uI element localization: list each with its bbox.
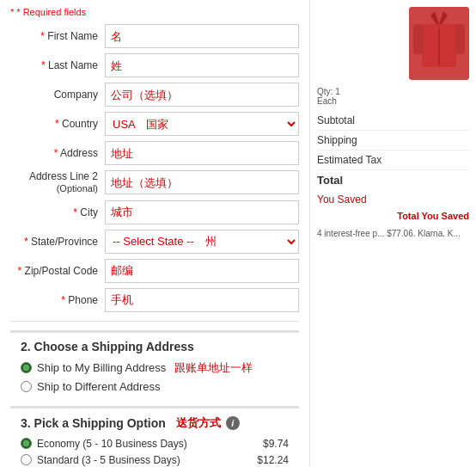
city-row: * City	[10, 200, 299, 224]
product-jacket-svg	[409, 7, 469, 80]
total-you-saved-label: Total You Saved	[397, 211, 469, 221]
address2-label: Address Line 2(Optional)	[10, 170, 105, 195]
first-name-label: * First Name	[10, 30, 105, 42]
first-name-input[interactable]	[105, 24, 299, 48]
ship-different-label: Ship to Different Address	[37, 380, 161, 393]
economy-radio[interactable]	[21, 438, 32, 449]
company-row: Company	[10, 83, 299, 107]
state-row: * State/Province -- Select State -- 州 Ca…	[10, 230, 299, 254]
address2-row: Address Line 2(Optional)	[10, 170, 299, 195]
standard-label: Standard (3 - 5 Business Days)	[37, 454, 180, 466]
economy-price: $9.74	[263, 438, 289, 450]
klarna-text: 4 interest-free p... $77.06. Klarna. K..…	[317, 229, 461, 238]
total-you-saved-box: Total You Saved	[317, 211, 469, 221]
product-meta: Qty: 1 Each	[317, 87, 469, 106]
product-image	[409, 7, 469, 80]
price-each-label: Each	[317, 96, 337, 106]
shipping-option-chinese: 送货方式	[176, 415, 221, 431]
svg-rect-4	[455, 24, 465, 54]
klarna-note: 4 interest-free p... $77.06. Klarna. K..…	[317, 228, 469, 240]
first-name-row: * First Name	[10, 24, 299, 48]
ship-billing-label: Ship to My Billing Address 跟账单地址一样	[37, 360, 253, 376]
address-row: * Address	[10, 141, 299, 165]
subtotal-label: Subtotal	[317, 114, 355, 126]
standard-price: $12.24	[257, 454, 289, 466]
product-image-area	[317, 7, 469, 80]
total-row: Total	[317, 170, 469, 190]
estimated-tax-row: Estimated Tax	[317, 151, 469, 170]
zip-input[interactable]	[105, 259, 299, 283]
shipping-option-header: 3. Pick a Shipping Option 送货方式 i	[21, 415, 289, 431]
required-text: * Required fields	[16, 7, 86, 17]
shipping-address-title: 2. Choose a Shipping Address	[21, 340, 289, 353]
standard-option-left: Standard (3 - 5 Business Days)	[21, 454, 180, 466]
state-select[interactable]: -- Select State -- 州 California New York…	[105, 230, 299, 254]
shipping-option-section: 3. Pick a Shipping Option 送货方式 i Economy…	[10, 406, 299, 467]
address-label: * Address	[10, 147, 105, 159]
company-input[interactable]	[105, 83, 299, 107]
left-panel: * * Required fields * First Name * Last …	[0, 0, 309, 467]
estimated-tax-label: Estimated Tax	[317, 154, 381, 166]
last-name-label: * Last Name	[10, 59, 105, 71]
address2-input[interactable]	[105, 170, 299, 194]
ship-billing-chinese: 跟账单地址一样	[174, 361, 253, 374]
qty-label: Qty:	[317, 87, 335, 96]
last-name-input[interactable]	[105, 53, 299, 77]
standard-option-row: Standard (3 - 5 Business Days) $12.24	[21, 454, 289, 466]
country-row: * Country USA 国家 China Canada	[10, 112, 299, 136]
right-panel: Qty: 1 Each Subtotal Shipping Estimated …	[309, 0, 476, 467]
city-input[interactable]	[105, 200, 299, 224]
company-label: Company	[10, 89, 105, 101]
state-label: * State/Province	[10, 236, 105, 248]
city-label: * City	[10, 206, 105, 218]
ship-billing-radio[interactable]	[21, 362, 32, 373]
svg-rect-3	[413, 24, 424, 54]
required-asterisk: *	[10, 7, 14, 17]
ship-billing-option: Ship to My Billing Address 跟账单地址一样	[21, 360, 289, 376]
phone-input[interactable]	[105, 288, 299, 312]
required-note: * * Required fields	[10, 7, 299, 17]
country-select[interactable]: USA 国家 China Canada	[105, 112, 299, 136]
shipping-address-section: 2. Choose a Shipping Address Ship to My …	[10, 330, 299, 404]
standard-radio[interactable]	[21, 454, 32, 465]
phone-label: * Phone	[10, 294, 105, 306]
you-saved-label: You Saved	[317, 194, 367, 206]
phone-row: * Phone	[10, 288, 299, 312]
shipping-address-title-text: 2. Choose a Shipping Address	[21, 340, 194, 353]
shipping-row: Shipping	[317, 131, 469, 151]
shipping-label: Shipping	[317, 134, 357, 146]
last-name-row: * Last Name	[10, 53, 299, 77]
ship-different-option: Ship to Different Address	[21, 380, 289, 393]
you-saved-row: You Saved	[317, 190, 469, 209]
qty-value: 1	[335, 87, 340, 96]
shipping-option-title: 3. Pick a Shipping Option	[21, 416, 166, 430]
country-label: * Country	[10, 118, 105, 130]
page-container: * * Required fields * First Name * Last …	[0, 0, 476, 467]
zip-label: * Zip/Postal Code	[10, 265, 105, 277]
address-input[interactable]	[105, 141, 299, 165]
ship-different-radio[interactable]	[21, 381, 32, 392]
info-icon[interactable]: i	[226, 416, 240, 430]
economy-label: Economy (5 - 10 Business Days)	[37, 438, 187, 450]
total-label: Total	[317, 174, 343, 187]
economy-option-left: Economy (5 - 10 Business Days)	[21, 438, 187, 450]
zip-row: * Zip/Postal Code	[10, 259, 299, 283]
economy-option-row: Economy (5 - 10 Business Days) $9.74	[21, 438, 289, 450]
subtotal-row: Subtotal	[317, 111, 469, 131]
